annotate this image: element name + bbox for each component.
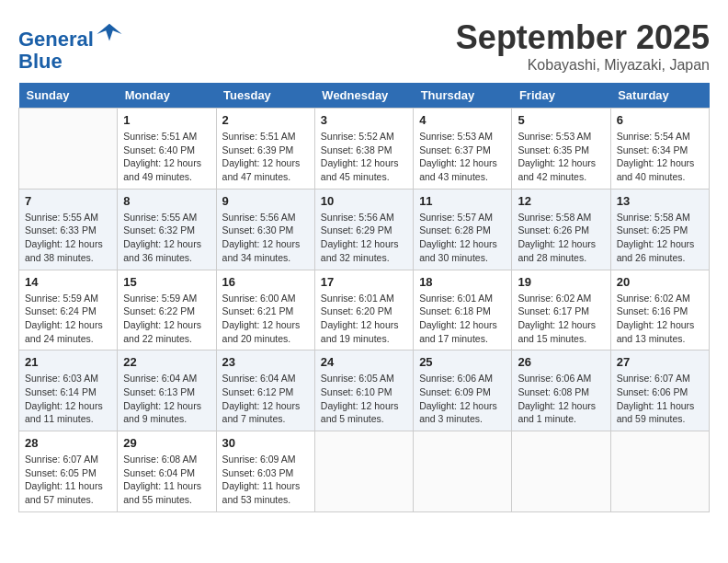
day-number: 21 (25, 355, 111, 369)
title-block: September 2025 Kobayashi, Miyazaki, Japa… (456, 18, 710, 74)
day-info: Sunrise: 6:08 AM Sunset: 6:04 PM Dayligh… (123, 453, 210, 507)
day-info: Sunrise: 6:04 AM Sunset: 6:13 PM Dayligh… (123, 372, 210, 426)
calendar-table: SundayMondayTuesdayWednesdayThursdayFrid… (18, 83, 710, 512)
day-info: Sunrise: 6:07 AM Sunset: 6:05 PM Dayligh… (25, 453, 111, 507)
calendar-cell: 22Sunrise: 6:04 AM Sunset: 6:13 PM Dayli… (118, 350, 216, 431)
weekday-header-thursday: Thursday (414, 83, 512, 109)
day-number: 14 (25, 275, 111, 289)
day-number: 3 (321, 113, 407, 127)
day-info: Sunrise: 6:09 AM Sunset: 6:03 PM Dayligh… (222, 453, 309, 507)
logo-general: General (18, 28, 94, 51)
calendar-cell: 26Sunrise: 6:06 AM Sunset: 6:08 PM Dayli… (512, 350, 610, 431)
calendar-cell: 14Sunrise: 5:59 AM Sunset: 6:24 PM Dayli… (19, 270, 118, 350)
logo: GeneralBlue (18, 18, 123, 73)
calendar-cell: 16Sunrise: 6:00 AM Sunset: 6:21 PM Dayli… (216, 270, 314, 350)
day-number: 18 (419, 275, 506, 289)
calendar-cell (19, 109, 118, 190)
calendar-cell: 13Sunrise: 5:58 AM Sunset: 6:25 PM Dayli… (610, 189, 709, 270)
day-number: 6 (617, 113, 703, 127)
day-number: 20 (617, 275, 703, 289)
calendar-cell: 19Sunrise: 6:02 AM Sunset: 6:17 PM Dayli… (512, 270, 610, 350)
calendar-cell: 17Sunrise: 6:01 AM Sunset: 6:20 PM Dayli… (314, 270, 413, 350)
day-number: 2 (222, 113, 309, 127)
day-info: Sunrise: 5:55 AM Sunset: 6:33 PM Dayligh… (25, 211, 111, 265)
day-number: 29 (123, 436, 210, 450)
day-info: Sunrise: 6:05 AM Sunset: 6:10 PM Dayligh… (321, 372, 407, 426)
day-info: Sunrise: 6:02 AM Sunset: 6:17 PM Dayligh… (518, 292, 604, 346)
day-number: 25 (419, 355, 506, 369)
day-number: 24 (321, 355, 407, 369)
day-number: 13 (617, 194, 703, 208)
day-info: Sunrise: 5:59 AM Sunset: 6:24 PM Dayligh… (25, 292, 111, 346)
day-info: Sunrise: 5:58 AM Sunset: 6:26 PM Dayligh… (518, 211, 604, 265)
day-number: 19 (518, 275, 604, 289)
week-row-5: 28Sunrise: 6:07 AM Sunset: 6:05 PM Dayli… (19, 431, 710, 512)
calendar-cell: 25Sunrise: 6:06 AM Sunset: 6:09 PM Dayli… (414, 350, 512, 431)
day-info: Sunrise: 6:01 AM Sunset: 6:18 PM Dayligh… (419, 292, 506, 346)
day-info: Sunrise: 6:04 AM Sunset: 6:12 PM Dayligh… (222, 372, 309, 426)
svg-marker-0 (97, 24, 121, 41)
day-info: Sunrise: 5:53 AM Sunset: 6:35 PM Dayligh… (518, 130, 604, 184)
day-info: Sunrise: 5:51 AM Sunset: 6:39 PM Dayligh… (222, 130, 309, 184)
day-info: Sunrise: 5:57 AM Sunset: 6:28 PM Dayligh… (419, 211, 506, 265)
day-number: 10 (321, 194, 407, 208)
calendar-cell: 9Sunrise: 5:56 AM Sunset: 6:30 PM Daylig… (216, 189, 314, 270)
logo-text: GeneralBlue (18, 18, 123, 73)
day-info: Sunrise: 5:56 AM Sunset: 6:30 PM Dayligh… (222, 211, 309, 265)
calendar-cell: 10Sunrise: 5:56 AM Sunset: 6:29 PM Dayli… (314, 189, 413, 270)
day-number: 30 (222, 436, 309, 450)
day-info: Sunrise: 5:55 AM Sunset: 6:32 PM Dayligh… (123, 211, 210, 265)
day-number: 15 (123, 275, 210, 289)
calendar-cell: 18Sunrise: 6:01 AM Sunset: 6:18 PM Dayli… (414, 270, 512, 350)
calendar-cell: 23Sunrise: 6:04 AM Sunset: 6:12 PM Dayli… (216, 350, 314, 431)
calendar-cell (414, 431, 512, 512)
calendar-cell: 12Sunrise: 5:58 AM Sunset: 6:26 PM Dayli… (512, 189, 610, 270)
calendar-cell: 30Sunrise: 6:09 AM Sunset: 6:03 PM Dayli… (216, 431, 314, 512)
calendar-cell (314, 431, 413, 512)
day-number: 23 (222, 355, 309, 369)
weekday-header-monday: Monday (118, 83, 216, 109)
calendar-cell: 29Sunrise: 6:08 AM Sunset: 6:04 PM Dayli… (118, 431, 216, 512)
calendar-body: 1Sunrise: 5:51 AM Sunset: 6:40 PM Daylig… (19, 109, 710, 512)
calendar-cell: 11Sunrise: 5:57 AM Sunset: 6:28 PM Dayli… (414, 189, 512, 270)
day-info: Sunrise: 6:02 AM Sunset: 6:16 PM Dayligh… (617, 292, 703, 346)
day-info: Sunrise: 5:59 AM Sunset: 6:22 PM Dayligh… (123, 292, 210, 346)
calendar-cell: 8Sunrise: 5:55 AM Sunset: 6:32 PM Daylig… (118, 189, 216, 270)
day-info: Sunrise: 6:03 AM Sunset: 6:14 PM Dayligh… (25, 372, 111, 426)
calendar-cell: 27Sunrise: 6:07 AM Sunset: 6:06 PM Dayli… (610, 350, 709, 431)
calendar-cell: 5Sunrise: 5:53 AM Sunset: 6:35 PM Daylig… (512, 109, 610, 190)
day-info: Sunrise: 6:06 AM Sunset: 6:08 PM Dayligh… (518, 372, 604, 426)
month-title: September 2025 (456, 18, 710, 57)
day-number: 22 (123, 355, 210, 369)
logo-blue: Blue (18, 50, 63, 73)
calendar-cell: 7Sunrise: 5:55 AM Sunset: 6:33 PM Daylig… (19, 189, 118, 270)
calendar-cell: 24Sunrise: 6:05 AM Sunset: 6:10 PM Dayli… (314, 350, 413, 431)
week-row-1: 1Sunrise: 5:51 AM Sunset: 6:40 PM Daylig… (19, 109, 710, 190)
weekday-header-row: SundayMondayTuesdayWednesdayThursdayFrid… (19, 83, 710, 109)
day-info: Sunrise: 6:01 AM Sunset: 6:20 PM Dayligh… (321, 292, 407, 346)
calendar-cell: 3Sunrise: 5:52 AM Sunset: 6:38 PM Daylig… (314, 109, 413, 190)
week-row-3: 14Sunrise: 5:59 AM Sunset: 6:24 PM Dayli… (19, 270, 710, 350)
day-number: 7 (25, 194, 111, 208)
calendar-cell: 20Sunrise: 6:02 AM Sunset: 6:16 PM Dayli… (610, 270, 709, 350)
day-info: Sunrise: 5:52 AM Sunset: 6:38 PM Dayligh… (321, 130, 407, 184)
day-info: Sunrise: 6:07 AM Sunset: 6:06 PM Dayligh… (617, 372, 703, 426)
calendar-cell (610, 431, 709, 512)
page-header: GeneralBlue September 2025 Kobayashi, Mi… (18, 18, 710, 74)
day-number: 8 (123, 194, 210, 208)
day-number: 17 (321, 275, 407, 289)
day-number: 4 (419, 113, 506, 127)
week-row-4: 21Sunrise: 6:03 AM Sunset: 6:14 PM Dayli… (19, 350, 710, 431)
day-number: 27 (617, 355, 703, 369)
weekday-header-tuesday: Tuesday (216, 83, 314, 109)
day-info: Sunrise: 6:00 AM Sunset: 6:21 PM Dayligh… (222, 292, 309, 346)
weekday-header-sunday: Sunday (19, 83, 118, 109)
logo-bird-icon (96, 18, 123, 46)
calendar-cell: 21Sunrise: 6:03 AM Sunset: 6:14 PM Dayli… (19, 350, 118, 431)
calendar-cell: 6Sunrise: 5:54 AM Sunset: 6:34 PM Daylig… (610, 109, 709, 190)
day-number: 11 (419, 194, 506, 208)
day-number: 9 (222, 194, 309, 208)
calendar-cell: 28Sunrise: 6:07 AM Sunset: 6:05 PM Dayli… (19, 431, 118, 512)
day-info: Sunrise: 5:58 AM Sunset: 6:25 PM Dayligh… (617, 211, 703, 265)
week-row-2: 7Sunrise: 5:55 AM Sunset: 6:33 PM Daylig… (19, 189, 710, 270)
